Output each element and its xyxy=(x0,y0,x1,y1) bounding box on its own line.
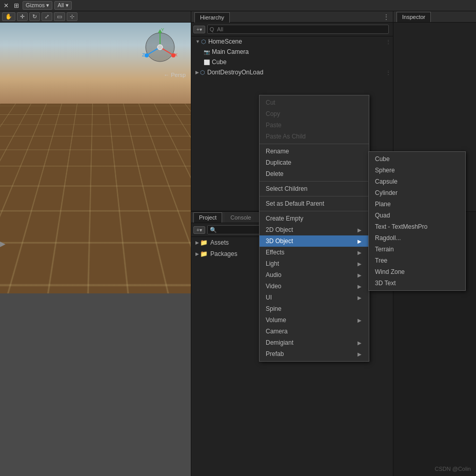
ctx-camera-label: Camera xyxy=(266,328,288,335)
ctx-effects[interactable]: Effects ▶ xyxy=(260,247,369,258)
ctx-video[interactable]: Video ▶ xyxy=(260,281,369,292)
sub-sphere[interactable]: Sphere xyxy=(369,165,465,176)
sub-3d-text[interactable]: 3D Text xyxy=(369,277,465,289)
sub-cylinder-label: Cylinder xyxy=(375,189,398,196)
ctx-volume-arrow: ▶ xyxy=(358,318,362,323)
sub-capsule-label: Capsule xyxy=(375,178,398,185)
ctx-demigiant-label: Demigiant xyxy=(266,339,293,346)
sub-textmeshpro[interactable]: Text - TextMeshPro xyxy=(369,221,465,232)
sub-quad[interactable]: Quad xyxy=(369,210,465,221)
sub-wind-zone[interactable]: Wind Zone xyxy=(369,266,465,277)
ctx-set-default-parent[interactable]: Set as Default Parent xyxy=(260,198,369,209)
console-tab[interactable]: Console xyxy=(225,212,256,223)
ctx-2d-object[interactable]: 2D Object ▶ xyxy=(260,224,369,235)
hierarchy-header: Hierarchy ⋮ xyxy=(191,11,393,23)
sub-terrain[interactable]: Terrain xyxy=(369,244,465,255)
hand-tool[interactable]: ✋ xyxy=(2,12,15,21)
hierarchy-item-homescene[interactable]: ▼ ⬡ HomeScene ⋮ xyxy=(191,36,393,47)
ctx-sep1 xyxy=(260,144,369,144)
ctx-delete-label: Delete xyxy=(266,170,284,177)
ctx-copy[interactable]: Copy xyxy=(260,108,369,120)
ctx-select-children-label: Select Children xyxy=(266,185,307,192)
hierarchy-item-cube[interactable]: ⬜ Cube xyxy=(191,57,393,67)
sub-plane[interactable]: Plane xyxy=(369,199,465,210)
ctx-volume[interactable]: Volume ▶ xyxy=(260,314,369,326)
ctx-audio[interactable]: Audio ▶ xyxy=(260,269,369,281)
sub-cube[interactable]: Cube xyxy=(369,153,465,165)
sub-cube-label: Cube xyxy=(375,155,390,163)
item-label: HomeScene xyxy=(208,38,242,45)
hierarchy-item-dontdestroy[interactable]: ▶ ⬡ DontDestroyOnLoad ⋮ xyxy=(191,67,393,77)
cube-icon: ⬜ xyxy=(204,60,210,65)
ctx-duplicate-label: Duplicate xyxy=(266,159,291,166)
ctx-light-arrow: ▶ xyxy=(358,261,362,267)
expand-arrow: ▼ xyxy=(195,39,200,44)
item-options-icon[interactable]: ⋮ xyxy=(386,39,391,45)
scene-view: ✋ ✛ ↻ ⤢ ▭ ⊹ Y X Z ← Persp xyxy=(0,11,191,476)
svg-point-8 xyxy=(145,53,149,57)
item-label: Cube xyxy=(212,58,227,66)
svg-text:Y: Y xyxy=(161,27,164,32)
ctx-ui[interactable]: UI ▶ xyxy=(260,292,369,303)
ctx-sep3 xyxy=(260,196,369,196)
rotate-tool[interactable]: ↻ xyxy=(29,12,40,21)
rect-tool[interactable]: ▭ xyxy=(54,12,65,21)
gizmos-button[interactable]: Gizmos ▾ xyxy=(23,1,52,10)
ctx-duplicate[interactable]: Duplicate xyxy=(260,157,369,168)
ctx-paste-label: Paste xyxy=(266,122,282,129)
sub-tree[interactable]: Tree xyxy=(369,255,465,266)
inspector-tab[interactable]: Inspector xyxy=(396,12,431,22)
move-tool[interactable]: ✛ xyxy=(17,12,28,21)
ctx-rename-label: Rename xyxy=(266,148,289,155)
ctx-video-label: Video xyxy=(266,283,281,290)
close-icon[interactable]: ✕ xyxy=(2,2,10,10)
hierarchy-item-maincamera[interactable]: 📷 Main Camera xyxy=(191,47,393,57)
ctx-create-empty[interactable]: Create Empty xyxy=(260,213,369,224)
ctx-spine[interactable]: Spine xyxy=(260,303,369,314)
sub-ragdoll[interactable]: Ragdoll... xyxy=(369,232,465,244)
ctx-camera[interactable]: Camera xyxy=(260,326,369,337)
ctx-spine-label: Spine xyxy=(266,305,282,312)
packages-label: Packages xyxy=(210,250,237,257)
folder-icon-packages: 📁 xyxy=(200,250,208,257)
sub-plane-label: Plane xyxy=(375,201,391,208)
ctx-light[interactable]: Light ▶ xyxy=(260,258,369,269)
scene-resize-handle[interactable]: ▶ xyxy=(0,240,6,248)
scale-tool[interactable]: ⤢ xyxy=(42,12,52,21)
persp-label: ← Persp xyxy=(164,72,186,78)
submenu-3d-object: Cube Sphere Capsule Cylinder Plane Quad … xyxy=(368,151,466,291)
scene-icon: ⬡ xyxy=(201,38,206,45)
gizmo-widget: Y X Z xyxy=(140,27,181,68)
ctx-ui-arrow: ▶ xyxy=(358,295,362,301)
ctx-demigiant[interactable]: Demigiant ▶ xyxy=(260,337,369,348)
ctx-cut[interactable]: Cut xyxy=(260,97,369,108)
ctx-create-empty-label: Create Empty xyxy=(266,215,303,222)
hierarchy-search-input[interactable] xyxy=(210,26,386,32)
ctx-2d-object-label: 2D Object xyxy=(266,226,293,233)
sub-cylinder[interactable]: Cylinder xyxy=(369,187,465,199)
ctx-paste[interactable]: Paste xyxy=(260,120,369,131)
hierarchy-menu-icon[interactable]: ⋮ xyxy=(383,13,390,21)
ctx-ui-label: UI xyxy=(266,294,272,301)
layout-icon[interactable]: ⊞ xyxy=(12,2,21,10)
hierarchy-add-btn[interactable]: +▾ xyxy=(193,26,205,33)
ctx-cut-label: Cut xyxy=(266,99,275,106)
hierarchy-tab[interactable]: Hierarchy xyxy=(194,12,230,23)
transform-tool[interactable]: ⊹ xyxy=(67,12,77,21)
ctx-paste-as-child[interactable]: Paste As Child xyxy=(260,131,369,142)
sub-capsule[interactable]: Capsule xyxy=(369,176,465,187)
ctx-select-children[interactable]: Select Children xyxy=(260,183,369,194)
project-tab[interactable]: Project xyxy=(193,212,222,223)
camera-icon: 📷 xyxy=(204,49,210,55)
item-options-icon2[interactable]: ⋮ xyxy=(386,70,391,75)
ctx-prefab[interactable]: Prefab ▶ xyxy=(260,348,369,360)
ctx-delete[interactable]: Delete xyxy=(260,168,369,180)
all-button[interactable]: All ▾ xyxy=(54,1,71,10)
project-add-btn[interactable]: +▾ xyxy=(193,226,205,234)
ctx-effects-label: Effects xyxy=(266,249,284,256)
ctx-3d-object[interactable]: 3D Object ▶ xyxy=(260,235,369,247)
hierarchy-list: ▼ ⬡ HomeScene ⋮ 📷 Main Camera ⬜ Cube ▶ ⬡… xyxy=(191,36,393,77)
ctx-prefab-arrow: ▶ xyxy=(358,351,362,357)
sub-ragdoll-label: Ragdoll... xyxy=(375,234,401,242)
ctx-rename[interactable]: Rename xyxy=(260,146,369,157)
